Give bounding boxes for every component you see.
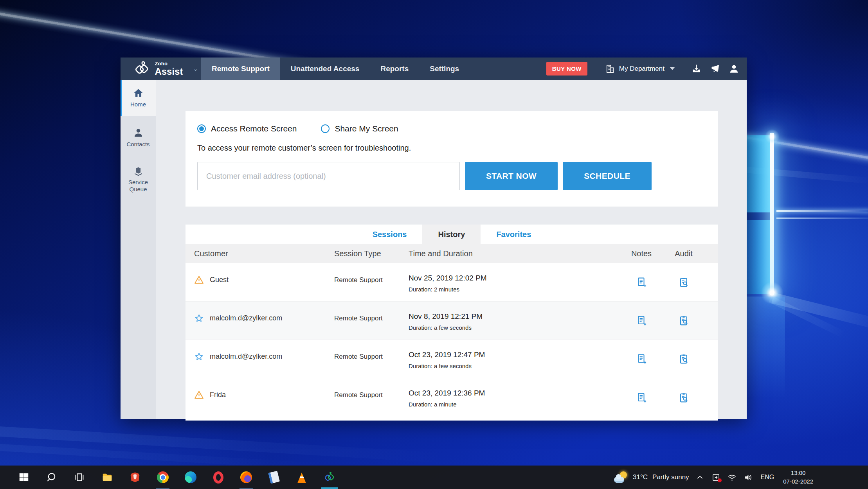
- tab-sessions[interactable]: Sessions: [357, 225, 423, 244]
- sidebar-item-label: Contacts: [126, 141, 149, 148]
- audit-icon: [678, 277, 690, 288]
- session-type: Remote Support: [334, 276, 409, 284]
- column-header-notes: Notes: [623, 249, 660, 258]
- add-note-button[interactable]: [623, 277, 660, 288]
- sidebar-item-home[interactable]: Home: [121, 80, 156, 116]
- radio-unselected-icon: [321, 124, 330, 133]
- customer-name: Frida: [210, 391, 226, 399]
- sidebar-item-contacts[interactable]: Contacts: [121, 122, 156, 154]
- sidebar-item-service-queue[interactable]: Service Queue: [121, 160, 156, 200]
- session-time: Oct 23, 2019 12:36 PM: [409, 389, 623, 397]
- history-table-header: Customer Session Type Time and Duration …: [185, 244, 718, 263]
- tab-history[interactable]: History: [422, 225, 481, 244]
- session-mode-radios: Access Remote Screen Share My Screen: [197, 124, 652, 133]
- tab-remote-support[interactable]: Remote Support: [201, 58, 280, 80]
- tab-favorites[interactable]: Favorites: [481, 225, 547, 244]
- partly-sunny-icon: [614, 471, 628, 483]
- radio-share-my-screen[interactable]: Share My Screen: [321, 124, 398, 133]
- tray-overflow-button[interactable]: [695, 472, 705, 482]
- chevron-up-icon: [695, 473, 704, 482]
- schedule-button[interactable]: SCHEDULE: [563, 162, 652, 190]
- light-beam: [776, 210, 868, 212]
- table-row[interactable]: Guest Remote Support Nov 25, 2019 12:02 …: [185, 263, 718, 302]
- table-row[interactable]: malcolm.d@zylker.com Remote Support Nov …: [185, 302, 718, 340]
- audit-button[interactable]: [660, 392, 707, 403]
- opera-button[interactable]: [209, 466, 228, 489]
- table-row[interactable]: Frida Remote Support Oct 23, 2019 12:36 …: [185, 378, 718, 417]
- sidebar-item-label: Service Queue: [122, 179, 154, 194]
- edge-button[interactable]: [181, 466, 200, 489]
- zoho-assist-taskbar-button[interactable]: [320, 466, 339, 489]
- volume-button[interactable]: [743, 472, 753, 482]
- session-type: Remote Support: [334, 391, 409, 399]
- weather-desc: Partly sunny: [652, 473, 689, 481]
- search-icon: [46, 471, 58, 483]
- star-icon: [194, 352, 204, 361]
- desktop: Zoho Assist ⌄ Remote Support Unattended …: [0, 0, 868, 489]
- focused-app-indicator: [321, 487, 338, 489]
- light-beam: [776, 218, 868, 219]
- edge-icon: [185, 471, 196, 483]
- action-center-button[interactable]: [711, 472, 721, 482]
- window-body: Home Contacts Service Queue: [121, 80, 747, 419]
- taskbar-apps: [14, 466, 339, 489]
- session-time: Nov 8, 2019 12:21 PM: [409, 312, 623, 321]
- firefox-button[interactable]: [237, 466, 256, 489]
- add-note-button[interactable]: [623, 353, 660, 365]
- vlc-button[interactable]: [292, 466, 311, 489]
- task-view-button[interactable]: [70, 466, 89, 489]
- network-button[interactable]: [727, 472, 737, 482]
- radio-selected-icon: [197, 124, 206, 133]
- audit-button[interactable]: [660, 353, 707, 365]
- divider: [597, 58, 597, 80]
- taskbar-search-button[interactable]: [42, 466, 61, 489]
- start-now-button[interactable]: START NOW: [465, 162, 558, 190]
- session-duration: Duration: 2 minutes: [409, 286, 623, 293]
- radio-label: Share My Screen: [335, 124, 398, 133]
- profile-button[interactable]: [728, 63, 740, 75]
- system-tray: 31°C Partly sunny: [614, 469, 868, 486]
- start-button[interactable]: [14, 466, 33, 489]
- department-label: My Department: [619, 65, 665, 73]
- download-icon: [691, 63, 702, 74]
- chevron-down-icon[interactable]: ⌄: [193, 65, 198, 72]
- add-note-button[interactable]: [623, 315, 660, 326]
- warning-icon: [194, 275, 204, 285]
- zoho-assist-icon: [324, 471, 335, 483]
- radio-access-remote-screen[interactable]: Access Remote Screen: [197, 124, 297, 133]
- brave-icon: [129, 471, 141, 483]
- tab-reports[interactable]: Reports: [370, 58, 419, 80]
- star-icon: [194, 313, 204, 323]
- notepad-button[interactable]: [265, 466, 283, 489]
- weather-widget[interactable]: 31°C Partly sunny: [614, 471, 689, 483]
- taskbar-clock[interactable]: 13:00 07-02-2022: [783, 469, 813, 486]
- main-nav-tabs: Remote Support Unattended Access Reports…: [201, 58, 470, 80]
- table-row[interactable]: malcolm.d@zylker.com Remote Support Oct …: [185, 340, 718, 378]
- file-explorer-button[interactable]: [98, 466, 117, 489]
- audit-button[interactable]: [660, 315, 707, 326]
- buy-now-button[interactable]: BUY NOW: [546, 62, 587, 76]
- chrome-button[interactable]: [153, 466, 172, 489]
- user-icon: [729, 63, 739, 74]
- sessions-history-panel: Sessions History Favorites Customer Sess…: [185, 225, 718, 421]
- clock-time: 13:00: [783, 469, 813, 477]
- language-indicator[interactable]: ENG: [761, 474, 774, 481]
- audit-icon: [678, 315, 690, 326]
- department-selector[interactable]: My Department: [605, 64, 675, 74]
- customer-name: malcolm.d@zylker.com: [210, 314, 282, 322]
- glow-spot: [742, 297, 785, 398]
- clock-date: 07-02-2022: [783, 477, 813, 486]
- brave-button[interactable]: [126, 466, 144, 489]
- audit-button[interactable]: [660, 277, 707, 288]
- download-button[interactable]: [690, 63, 702, 75]
- organization-icon: [605, 64, 615, 74]
- app-logo[interactable]: Zoho Assist ⌄: [121, 58, 201, 80]
- tab-unattended-access[interactable]: Unattended Access: [280, 58, 370, 80]
- announcements-button[interactable]: [709, 63, 721, 75]
- add-note-button[interactable]: [623, 392, 660, 403]
- customer-email-input[interactable]: [197, 162, 460, 190]
- tab-settings[interactable]: Settings: [419, 58, 470, 80]
- wifi-icon: [728, 473, 737, 482]
- session-duration: Duration: a few seconds: [409, 363, 623, 369]
- windows-logo-pane: [746, 135, 770, 212]
